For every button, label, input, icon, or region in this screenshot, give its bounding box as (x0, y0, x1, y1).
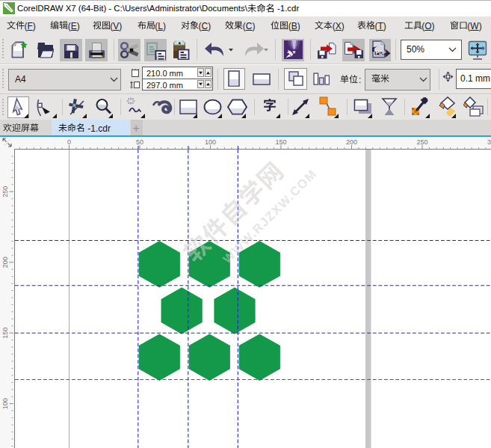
svg-text:100: 100 (204, 138, 215, 145)
svg-text:250: 250 (1, 186, 9, 197)
svg-text:50: 50 (135, 138, 143, 145)
svg-text:0: 0 (67, 138, 70, 145)
svg-text:150: 150 (1, 328, 9, 339)
svg-text:200: 200 (1, 257, 9, 268)
svg-text:100: 100 (1, 398, 9, 409)
svg-text:150: 150 (275, 138, 286, 145)
svg-text:200: 200 (345, 138, 356, 145)
svg-text:300: 300 (487, 138, 491, 145)
svg-text:PDF: PDF (376, 50, 387, 55)
svg-text:250: 250 (416, 138, 427, 145)
